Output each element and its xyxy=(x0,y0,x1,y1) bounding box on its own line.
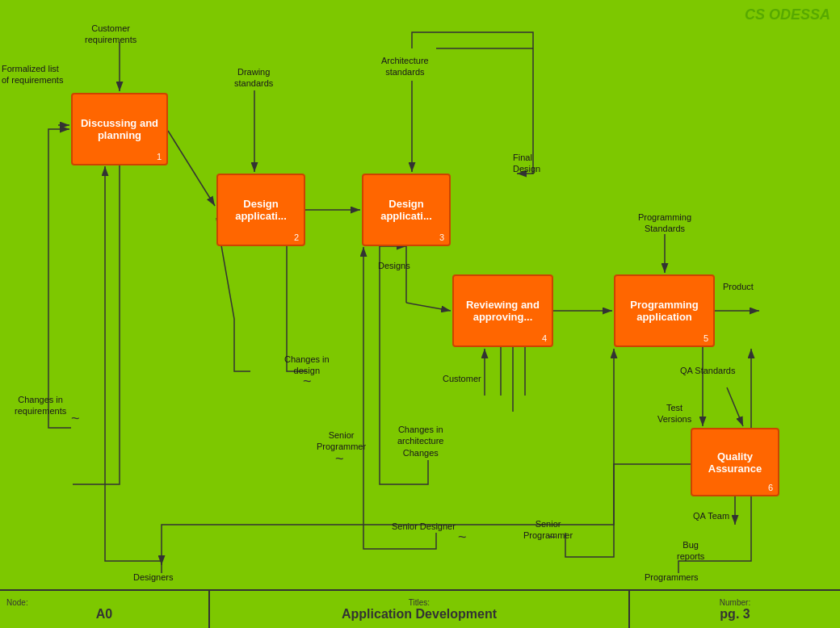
label-changes-architecture: Changes inarchitectureChanges xyxy=(397,424,443,458)
zigzag-senior-prog2: ~ xyxy=(548,529,556,546)
label-qa-team: QA Team xyxy=(693,510,729,521)
zigzag-design: ~ xyxy=(303,373,312,390)
process-box-6[interactable]: QualityAssurance 6 xyxy=(691,428,779,496)
zigzag-senior-prog: ~ xyxy=(335,450,344,467)
process-number-2: 2 xyxy=(294,232,299,242)
footer-node-label: Node: xyxy=(6,598,202,607)
zigzag-requirements: ~ xyxy=(71,410,80,427)
label-product: Product xyxy=(723,281,754,292)
svg-line-4 xyxy=(168,131,215,206)
process-number-4: 4 xyxy=(542,333,547,343)
footer-node: Node: A0 xyxy=(0,591,210,628)
process-box-3[interactable]: Designapplicati... 3 xyxy=(362,174,451,246)
label-customer-requirements: Customerrequirements xyxy=(85,23,136,46)
footer-number-value: pg. 3 xyxy=(720,607,750,622)
process-box-2[interactable]: Designapplicati... 2 xyxy=(216,174,305,246)
footer-titles: Titles: Application Development xyxy=(210,591,630,628)
label-drawing-standards: Drawingstandards xyxy=(234,66,273,90)
footer-number-label: Number: xyxy=(720,598,750,607)
process-number-5: 5 xyxy=(704,333,708,343)
process-number-3: 3 xyxy=(439,232,444,242)
zigzag-senior-designer: ~ xyxy=(458,529,467,546)
logo-text: CS ODESSA xyxy=(745,6,830,23)
label-senior-programmer-1: SeniorProgrammer xyxy=(317,429,366,453)
label-changes-in-requirements: Changes inrequirements xyxy=(15,394,66,417)
svg-line-14 xyxy=(727,387,743,426)
process-label-1: Discussing andplanning xyxy=(81,117,158,141)
process-label-3: Designapplicati... xyxy=(380,198,432,222)
process-box-5[interactable]: Programmingapplication 5 xyxy=(614,274,715,347)
label-programming-standards: ProgrammingStandards xyxy=(638,211,691,235)
label-final-design: FinalDesign xyxy=(513,152,540,175)
process-label-2: Designapplicati... xyxy=(235,198,287,222)
footer-number: Number: pg. 3 xyxy=(630,591,840,628)
label-customer: Customer xyxy=(443,373,481,384)
process-box-4[interactable]: Reviewing andapproving... 4 xyxy=(452,274,553,347)
label-test-versions: TestVersions xyxy=(657,402,691,425)
label-designers: Designers xyxy=(133,571,174,583)
footer-node-value: A0 xyxy=(6,607,202,622)
label-qa-standards: QA Standards xyxy=(680,365,736,376)
process-number-1: 1 xyxy=(157,152,162,161)
label-bug-reports: Bugreports xyxy=(677,539,704,563)
svg-line-9 xyxy=(406,303,451,311)
label-designs: Designs xyxy=(378,260,410,271)
footer-titles-label: Titles: xyxy=(409,598,430,607)
process-box-1[interactable]: Discussing andplanning 1 xyxy=(71,93,168,165)
process-number-6: 6 xyxy=(768,483,773,492)
process-label-5: Programmingapplication xyxy=(630,299,699,323)
label-architecture-standards: Architecturestandards xyxy=(381,55,429,78)
label-programmers: Programmers xyxy=(645,571,699,583)
process-label-6: QualityAssurance xyxy=(708,450,762,475)
label-formalized-list: Formalized listof requirements xyxy=(2,63,63,86)
footer-titles-value: Application Development xyxy=(342,607,497,622)
label-senior-designer: Senior Designer xyxy=(392,521,456,532)
footer-bar: Node: A0 Titles: Application Development… xyxy=(0,589,840,628)
diagram-area: CS ODESSA xyxy=(0,0,840,589)
process-label-4: Reviewing andapproving... xyxy=(466,299,540,323)
